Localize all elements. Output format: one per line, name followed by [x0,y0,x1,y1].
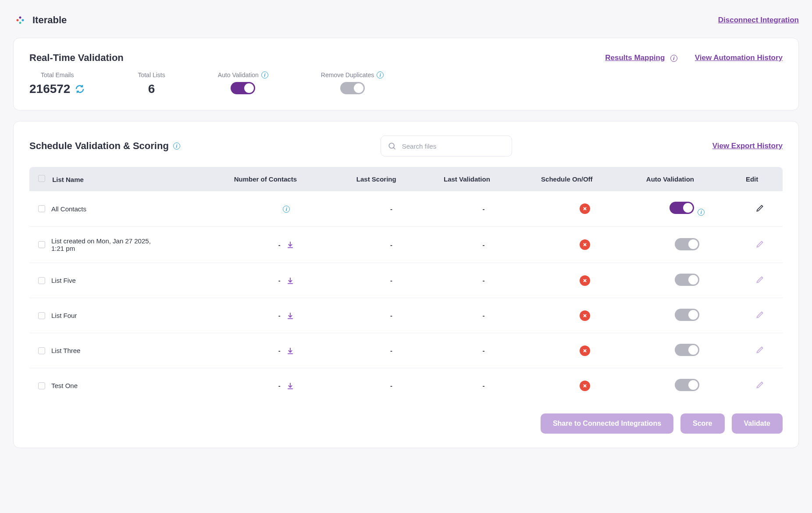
row-auto-validation-toggle[interactable] [675,379,699,391]
svg-point-3 [19,22,21,24]
total-emails-value: 216572 [29,82,70,96]
last-scoring-value: - [390,277,392,284]
search-icon [388,142,396,150]
metric-label: Total Lists [138,71,165,78]
table-row: All Contacts i-- i [29,191,783,227]
info-icon[interactable]: i [698,209,705,216]
validate-button[interactable]: Validate [732,413,783,434]
last-scoring-value: - [390,312,392,319]
download-icon[interactable] [286,240,295,249]
realtime-links: Results Mapping i View Automation Histor… [605,53,783,62]
row-checkbox[interactable] [38,312,45,319]
metrics-row: Total Emails 216572 Total Lists 6 Auto V… [29,71,783,96]
col-last-validation: Last Validation [435,167,532,191]
refresh-icon[interactable] [75,84,85,94]
list-name: List Three [51,347,80,354]
metric-total-lists: Total Lists 6 [138,71,165,96]
last-validation-value: - [483,205,485,213]
row-auto-validation-toggle[interactable] [670,202,694,214]
svg-point-1 [17,19,19,21]
results-mapping-link[interactable]: Results Mapping [605,53,665,62]
contacts-value: - [278,277,281,284]
metric-label: Total Emails [29,71,85,78]
contacts-value: - [278,312,281,319]
score-button[interactable]: Score [680,413,724,434]
last-scoring-value: - [390,241,392,249]
col-contacts: Number of Contacts [225,167,348,191]
row-checkbox[interactable] [38,347,45,354]
list-name: All Contacts [51,205,86,213]
last-scoring-value: - [390,205,392,213]
brand: Iterable [13,13,67,27]
automation-history-link[interactable]: View Automation History [695,53,783,62]
export-history-link[interactable]: View Export History [712,142,783,150]
schedule-card: Schedule Validation & Scoring i View Exp… [13,121,799,448]
disconnect-integration-link[interactable]: Disconnect Integration [718,16,799,25]
share-button[interactable]: Share to Connected Integrations [541,413,673,434]
close-icon[interactable] [580,381,590,391]
svg-point-2 [22,19,24,21]
row-auto-validation-toggle[interactable] [675,274,699,286]
table-row: List Four - -- [29,298,783,333]
metric-total-emails: Total Emails 216572 [29,71,85,96]
close-icon[interactable] [580,346,590,356]
table-row: List created on Mon, Jan 27 2025, 1:21 p… [29,227,783,263]
metric-label: Remove Duplicates [321,71,374,78]
info-icon[interactable]: i [173,142,180,150]
list-name: List created on Mon, Jan 27 2025, 1:21 p… [51,237,157,252]
row-auto-validation-toggle[interactable] [675,238,699,250]
row-checkbox[interactable] [38,277,45,284]
row-checkbox[interactable] [38,205,45,212]
info-icon[interactable]: i [283,206,290,213]
search-input[interactable] [381,135,512,157]
contacts-value: - [278,347,281,354]
last-validation-value: - [483,347,485,354]
row-checkbox[interactable] [38,241,45,248]
list-name: List Four [51,312,77,319]
close-icon[interactable] [580,275,590,286]
table-row: List Three - -- [29,333,783,368]
info-icon[interactable]: i [261,71,268,78]
download-icon[interactable] [286,311,295,320]
last-validation-value: - [483,312,485,319]
list-name: Test One [51,382,78,389]
edit-icon[interactable] [755,383,764,391]
metric-label: Auto Validation [218,71,259,78]
last-scoring-value: - [390,382,392,389]
metric-auto-validation: Auto Validation i [218,71,268,96]
close-icon[interactable] [580,310,590,321]
last-scoring-value: - [390,347,392,354]
col-last-scoring: Last Scoring [348,167,435,191]
lists-table: List Name Number of Contacts Last Scorin… [29,167,783,403]
download-icon[interactable] [286,276,295,285]
row-checkbox[interactable] [38,382,45,389]
edit-icon[interactable] [755,278,764,285]
remove-duplicates-toggle[interactable] [340,82,365,94]
download-icon[interactable] [286,381,295,390]
svg-point-0 [19,17,21,19]
col-auto-validation: Auto Validation [637,167,737,191]
last-validation-value: - [483,382,485,389]
realtime-validation-card: Real-Time Validation Results Mapping i V… [13,38,799,110]
row-auto-validation-toggle[interactable] [675,309,699,321]
last-validation-value: - [483,277,485,284]
edit-icon[interactable] [755,242,764,250]
edit-icon[interactable] [755,313,764,321]
col-list-name: List Name [52,176,84,183]
last-validation-value: - [483,241,485,249]
info-icon[interactable]: i [670,55,677,62]
metric-remove-duplicates: Remove Duplicates i [321,71,384,96]
svg-point-4 [389,143,394,148]
edit-icon[interactable] [755,348,764,356]
contacts-value: - [278,382,281,389]
info-icon[interactable]: i [377,71,384,78]
edit-icon[interactable] [755,207,764,214]
search-wrap [381,135,512,157]
row-auto-validation-toggle[interactable] [675,344,699,356]
auto-validation-toggle[interactable] [231,82,255,94]
download-icon[interactable] [286,346,295,355]
close-icon[interactable] [580,203,590,214]
contacts-value: - [278,241,281,249]
close-icon[interactable] [580,239,590,250]
select-all-checkbox[interactable] [38,175,45,182]
